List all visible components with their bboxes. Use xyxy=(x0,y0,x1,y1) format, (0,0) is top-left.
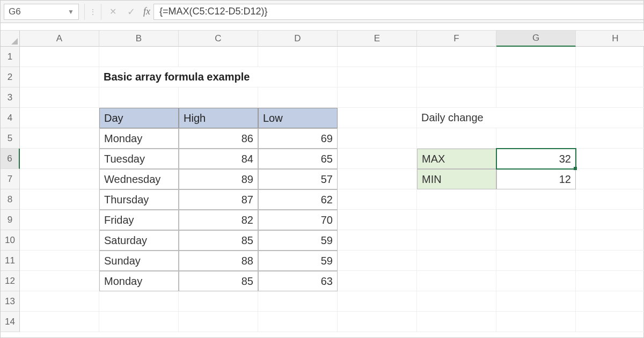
cell-A5[interactable] xyxy=(20,128,99,149)
cell-E10[interactable] xyxy=(338,230,417,251)
row-header-14[interactable]: 14 xyxy=(1,312,20,332)
col-header-B[interactable]: B xyxy=(99,31,179,47)
cell-A14[interactable] xyxy=(20,312,99,332)
cell-A11[interactable] xyxy=(20,251,99,271)
col-header-H[interactable]: H xyxy=(576,31,644,47)
table-row[interactable]: 57 xyxy=(258,169,338,189)
row-header-6[interactable]: 6 xyxy=(1,149,20,169)
row-header-7[interactable]: 7 xyxy=(1,169,20,189)
summary-label-max[interactable]: MAX xyxy=(417,149,496,169)
cell-C1[interactable] xyxy=(179,47,258,67)
cell-E13[interactable] xyxy=(338,291,417,312)
row-header-3[interactable]: 3 xyxy=(1,87,20,108)
cell-E3[interactable] xyxy=(338,87,417,108)
table-row[interactable]: Friday xyxy=(99,210,179,230)
cell-A4[interactable] xyxy=(20,108,99,128)
cell-D13[interactable] xyxy=(258,291,338,312)
cell-C13[interactable] xyxy=(179,291,258,312)
cell-H8[interactable] xyxy=(576,189,644,210)
cell-E8[interactable] xyxy=(338,189,417,210)
cell-G9[interactable] xyxy=(496,210,576,230)
cell-G5[interactable] xyxy=(496,128,576,149)
cell-H5[interactable] xyxy=(576,128,644,149)
col-header-F[interactable]: F xyxy=(417,31,496,47)
cell-G2[interactable] xyxy=(496,67,576,87)
table-row[interactable]: Sunday xyxy=(99,251,179,271)
cell-H7[interactable] xyxy=(576,169,644,189)
table-row[interactable]: Thursday xyxy=(99,189,179,210)
table-header-high[interactable]: High xyxy=(179,108,258,128)
cell-D1[interactable] xyxy=(258,47,338,67)
row-header-2[interactable]: 2 xyxy=(1,67,20,87)
cell-E7[interactable] xyxy=(338,169,417,189)
col-header-G[interactable]: G xyxy=(496,31,576,47)
formula-input[interactable]: {=MAX(C5:C12-D5:D12)} xyxy=(153,4,643,20)
cell-A1[interactable] xyxy=(20,47,99,67)
cell-F10[interactable] xyxy=(417,230,496,251)
cell-F14[interactable] xyxy=(417,312,496,332)
cell-A10[interactable] xyxy=(20,230,99,251)
cell-F11[interactable] xyxy=(417,251,496,271)
cell-H11[interactable] xyxy=(576,251,644,271)
table-header-low[interactable]: Low xyxy=(258,108,338,128)
table-row[interactable]: 59 xyxy=(258,230,338,251)
cell-E14[interactable] xyxy=(338,312,417,332)
cell-B13[interactable] xyxy=(99,291,179,312)
row-header-5[interactable]: 5 xyxy=(1,128,20,149)
cell-G12[interactable] xyxy=(496,271,576,291)
cell-G3[interactable] xyxy=(496,87,576,108)
cell-F4[interactable]: Daily change xyxy=(417,108,576,128)
table-row[interactable]: 69 xyxy=(258,128,338,149)
table-row[interactable]: Saturday xyxy=(99,230,179,251)
table-row[interactable]: 84 xyxy=(179,149,258,169)
cell-C14[interactable] xyxy=(179,312,258,332)
cell-H14[interactable] xyxy=(576,312,644,332)
cell-A6[interactable] xyxy=(20,149,99,169)
check-icon[interactable]: ✓ xyxy=(122,6,140,18)
cell-A13[interactable] xyxy=(20,291,99,312)
col-header-E[interactable]: E xyxy=(338,31,417,47)
col-header-D[interactable]: D xyxy=(258,31,338,47)
cell-D3[interactable] xyxy=(258,87,338,108)
cell-E4[interactable] xyxy=(338,108,417,128)
cell-G8[interactable] xyxy=(496,189,576,210)
table-row[interactable]: 65 xyxy=(258,149,338,169)
table-row[interactable]: 63 xyxy=(258,271,338,291)
table-row[interactable]: 87 xyxy=(179,189,258,210)
cell-A2[interactable] xyxy=(20,67,99,87)
fx-icon[interactable]: fx xyxy=(140,6,153,17)
select-all-corner[interactable] xyxy=(1,31,20,47)
cell-H3[interactable] xyxy=(576,87,644,108)
row-header-13[interactable]: 13 xyxy=(1,291,20,312)
table-row[interactable]: 62 xyxy=(258,189,338,210)
cell-E5[interactable] xyxy=(338,128,417,149)
row-header-12[interactable]: 12 xyxy=(1,271,20,291)
cell-H2[interactable] xyxy=(576,67,644,87)
cell-G11[interactable] xyxy=(496,251,576,271)
cell-G7[interactable]: 12 xyxy=(496,169,576,189)
cell-A7[interactable] xyxy=(20,169,99,189)
cell-E11[interactable] xyxy=(338,251,417,271)
row-header-8[interactable]: 8 xyxy=(1,189,20,210)
table-row[interactable]: 82 xyxy=(179,210,258,230)
cell-F13[interactable] xyxy=(417,291,496,312)
cell-G14[interactable] xyxy=(496,312,576,332)
cell-E12[interactable] xyxy=(338,271,417,291)
row-header-1[interactable]: 1 xyxy=(1,47,20,67)
table-row[interactable]: 89 xyxy=(179,169,258,189)
cell-F12[interactable] xyxy=(417,271,496,291)
summary-label-min[interactable]: MIN xyxy=(417,169,496,189)
row-header-9[interactable]: 9 xyxy=(1,210,20,230)
cell-A3[interactable] xyxy=(20,87,99,108)
cancel-icon[interactable]: ✕ xyxy=(104,6,122,17)
table-row[interactable]: Wednesday xyxy=(99,169,179,189)
row-header-11[interactable]: 11 xyxy=(1,251,20,271)
cell-G13[interactable] xyxy=(496,291,576,312)
row-header-4[interactable]: 4 xyxy=(1,108,20,128)
table-row[interactable]: 59 xyxy=(258,251,338,271)
table-row[interactable]: 70 xyxy=(258,210,338,230)
spreadsheet-grid[interactable]: A B C D E F G H 1 2 Basic array formula … xyxy=(1,31,643,332)
cell-B14[interactable] xyxy=(99,312,179,332)
name-box[interactable]: G6 ▼ xyxy=(4,4,79,20)
cell-F2[interactable] xyxy=(417,67,496,87)
